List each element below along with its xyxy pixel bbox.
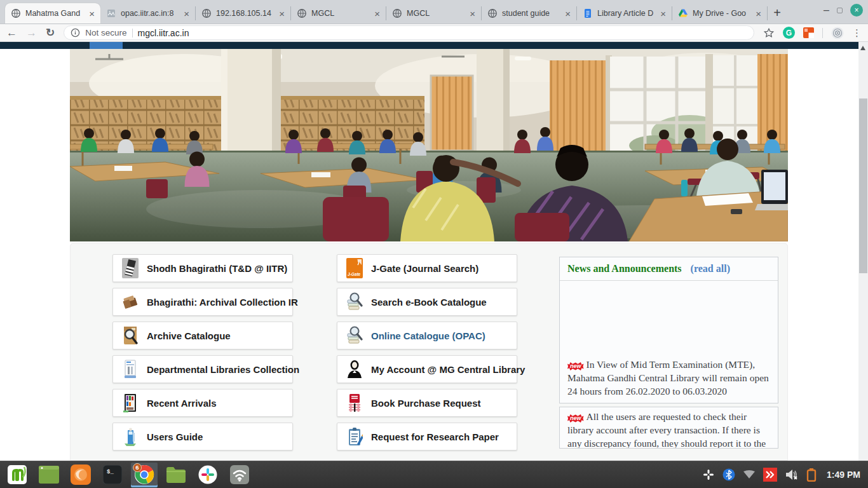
anydesk-tray-icon[interactable]: [763, 468, 777, 482]
tab-close-icon[interactable]: ×: [89, 9, 95, 18]
files-launcher-icon[interactable]: [163, 463, 189, 487]
tab-close-icon[interactable]: ×: [565, 9, 571, 18]
browser-tab[interactable]: MGCL ×: [386, 6, 482, 20]
book-purchase-icon: [346, 393, 363, 413]
minimize-button[interactable]: –: [824, 5, 829, 15]
scroll-up-arrow-icon[interactable]: [860, 46, 865, 50]
tab-close-icon[interactable]: ×: [470, 9, 475, 18]
close-button[interactable]: ×: [850, 4, 863, 17]
jgate-icon-text: J-Gate: [348, 272, 361, 276]
show-desktop-button[interactable]: [36, 463, 62, 487]
button-book-purchase[interactable]: Book Purchase Request: [337, 389, 517, 417]
chrome-tab-count-badge: 6: [133, 463, 142, 472]
address-bar[interactable]: Not secure mgcl.iitr.ac.in: [64, 25, 754, 40]
archive-box-icon: [122, 292, 139, 312]
button-label: Archive Catalogue: [147, 330, 231, 341]
svg-text:$_: $_: [107, 469, 114, 475]
browser-tab[interactable]: My Drive - Goo ×: [672, 6, 768, 20]
browser-tab[interactable]: opac.iitr.ac.in:8 ×: [100, 6, 196, 20]
guide-standee-icon: [122, 426, 139, 447]
button-recent-arrivals[interactable]: Recent Arrivals: [112, 389, 293, 417]
globe-icon: [11, 8, 21, 18]
button-label: Recent Arrivals: [147, 398, 217, 409]
news-panel: News and Announcements (read all) newIn …: [559, 257, 778, 449]
read-all-link[interactable]: (read all): [691, 263, 730, 274]
browser-titlebar: Mahatma Gand × opac.iitr.ac.in:8 × 192.1…: [0, 0, 868, 24]
browser-menu-icon[interactable]: ⋮: [852, 27, 862, 39]
terminal-launcher-icon[interactable]: $_: [99, 463, 126, 487]
tab-title: opac.iitr.ac.in:8: [121, 9, 179, 18]
browser-tab-active[interactable]: Mahatma Gand ×: [5, 3, 100, 24]
person-icon: [346, 359, 363, 379]
tab-close-icon[interactable]: ×: [374, 9, 380, 18]
google-drive-icon: [678, 8, 688, 18]
vertical-scrollbar[interactable]: [858, 42, 868, 461]
tab-close-icon[interactable]: ×: [660, 9, 666, 18]
volume-muted-icon[interactable]: [785, 468, 799, 481]
left-button-column: Shodh Bhagirathi (T&D @ IITR) Bhagirathi…: [112, 254, 293, 456]
news-item-text: All the users are requested to check the…: [567, 411, 766, 449]
new-badge: new: [567, 414, 584, 423]
jgate-icon: J-Gate: [346, 258, 363, 278]
restore-button[interactable]: [837, 8, 843, 13]
globe-icon: [297, 8, 307, 18]
slack-tray-icon[interactable]: [702, 468, 715, 481]
extension-icon[interactable]: [803, 27, 814, 38]
forward-button[interactable]: →: [26, 27, 37, 38]
button-label: Request for Research Paper: [371, 431, 499, 442]
browser-tab[interactable]: 192.168.105.14 ×: [196, 6, 291, 20]
tab-title: MGCL: [311, 9, 370, 18]
browser-tab[interactable]: student guide ×: [482, 6, 577, 20]
button-label: Users Guide: [147, 431, 203, 442]
library-hall-photo: [70, 49, 788, 241]
tab-title: student guide: [502, 9, 560, 18]
library-stand-icon: [122, 359, 139, 379]
button-research-paper[interactable]: Request for Research Paper: [337, 423, 517, 451]
battery-icon[interactable]: [806, 468, 817, 482]
taskbar-left: $_ 6: [4, 463, 253, 487]
button-label: Departmental Libraries Collection: [147, 364, 299, 375]
button-shodh-bhagirathi[interactable]: Shodh Bhagirathi (T&D @ IITR): [112, 254, 293, 282]
info-icon[interactable]: [71, 28, 80, 37]
bluetooth-icon[interactable]: [722, 468, 735, 481]
tab-close-icon[interactable]: ×: [184, 9, 189, 18]
button-users-guide[interactable]: Users Guide: [112, 423, 293, 451]
tab-close-icon[interactable]: ×: [279, 9, 285, 18]
chrome-taskbar-button[interactable]: 6: [131, 463, 158, 487]
button-jgate[interactable]: J-Gate J-Gate (Journal Search): [337, 254, 517, 282]
content-card: Shodh Bhagirathi (T&D @ IITR) Bhagirathi…: [70, 243, 788, 461]
network-tray-icon[interactable]: [743, 470, 756, 479]
new-tab-button[interactable]: +: [768, 3, 787, 22]
browser-toolbar: ← → ↻ Not secure mgcl.iitr.ac.in G ⋮: [0, 24, 868, 42]
button-label: Book Purchase Request: [371, 398, 481, 409]
bookmark-star-icon[interactable]: [763, 27, 775, 39]
firefox-launcher-icon[interactable]: [67, 463, 94, 487]
button-label: Shodh Bhagirathi (T&D @ IITR): [147, 263, 287, 274]
taskbar-clock[interactable]: 1:49 PM: [827, 470, 860, 480]
news-item: newAll the users are requested to check …: [559, 407, 778, 449]
browser-tab[interactable]: MGCL ×: [291, 6, 386, 20]
mint-menu-button[interactable]: [4, 463, 31, 487]
archive-search-icon: [122, 325, 139, 346]
scrollbar-thumb[interactable]: [859, 98, 867, 273]
browser-tab[interactable]: Library Article D ×: [577, 6, 672, 20]
button-archive-catalogue[interactable]: Archive Catalogue: [112, 322, 293, 349]
tab-title: MGCL: [407, 9, 465, 18]
globe-icon: [487, 8, 498, 18]
reload-button[interactable]: ↻: [46, 27, 55, 38]
button-my-account[interactable]: My Account @ MG Central Library: [337, 355, 517, 383]
site-navbar-active-item[interactable]: [90, 42, 123, 49]
slack-launcher-icon[interactable]: [194, 463, 221, 487]
grammarly-extension-icon[interactable]: G: [783, 27, 795, 39]
news-box: News and Announcements (read all) newIn …: [559, 257, 778, 403]
button-opac[interactable]: Online Catalogue (OPAC): [337, 322, 517, 349]
back-button[interactable]: ←: [6, 27, 17, 38]
profile-avatar[interactable]: [831, 27, 844, 39]
page-viewport: Shodh Bhagirathi (T&D @ IITR) Bhagirathi…: [0, 42, 858, 461]
wifi-launcher-icon[interactable]: [226, 463, 253, 487]
button-search-ebook[interactable]: Search e-Book Catalogue: [337, 288, 517, 316]
button-bhagirathi-archival[interactable]: Bhagirathi: Archival Collection IR: [112, 288, 293, 316]
tab-close-icon[interactable]: ×: [756, 9, 761, 18]
image-file-icon: [106, 8, 116, 18]
button-departmental-libraries[interactable]: Departmental Libraries Collection: [112, 355, 293, 383]
